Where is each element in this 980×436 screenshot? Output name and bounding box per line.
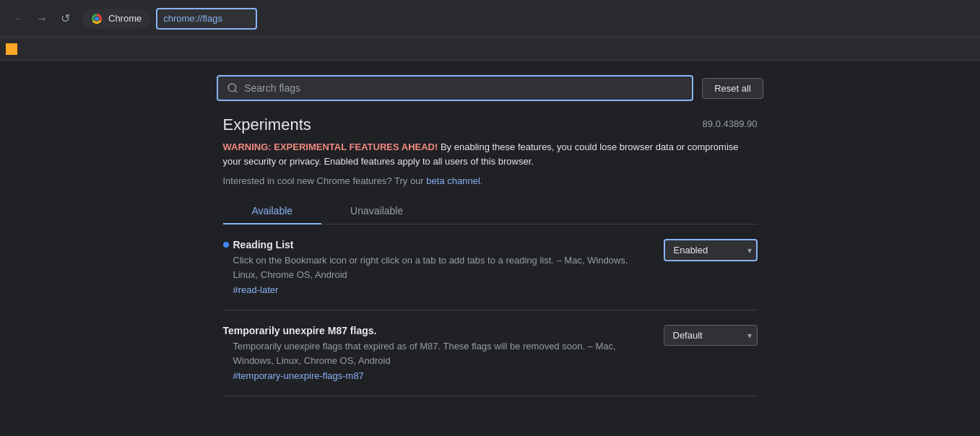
chrome-logo-icon [92, 14, 102, 24]
forward-button[interactable]: → [32, 9, 52, 29]
reset-all-button[interactable]: Reset all [702, 78, 763, 99]
flag-reading-list-desc: Click on the Bookmark icon or right clic… [233, 253, 635, 282]
tab-available[interactable]: Available [223, 198, 322, 224]
flags-list: Reading List Click on the Bookmark icon … [223, 239, 758, 396]
warning-block: WARNING: EXPERIMENTAL FEATURES AHEAD! By… [223, 140, 758, 168]
page-title: Experiments [223, 115, 311, 134]
flag-m87-name: Temporarily unexpire M87 flags. [223, 325, 377, 336]
url-address-box[interactable]: chrome://flags [156, 8, 257, 30]
flag-dot-reading-list [223, 242, 229, 248]
experiments-container: Experiments 89.0.4389.90 WARNING: EXPERI… [209, 115, 772, 411]
url-text: chrome://flags [163, 13, 222, 24]
warning-text: WARNING: EXPERIMENTAL FEATURES AHEAD! By… [223, 140, 758, 168]
bookmark-favicon [6, 43, 17, 55]
flag-reading-list-select[interactable]: Default Enabled Disabled [664, 239, 758, 261]
flag-reading-list-left: Reading List Click on the Bookmark icon … [223, 239, 664, 295]
svg-point-0 [228, 84, 236, 92]
flag-reading-list-link[interactable]: #read-later [233, 284, 279, 295]
site-name-container[interactable]: Chrome [82, 9, 150, 29]
svg-line-1 [235, 90, 237, 92]
flag-m87-desc: Temporarily unexpire flags that expired … [233, 339, 635, 367]
flag-m87-select-wrapper[interactable]: Default Enabled Disabled ▾ [664, 325, 758, 346]
version-text: 89.0.4389.90 [703, 118, 758, 129]
flag-reading-list: Reading List Click on the Bookmark icon … [223, 239, 758, 310]
experiments-header: Experiments 89.0.4389.90 [223, 115, 758, 134]
beta-channel-link[interactable]: beta channel [426, 175, 480, 186]
flag-m87-unexpire: Temporarily unexpire M87 flags. Temporar… [223, 325, 758, 396]
reload-button[interactable]: ↺ [55, 9, 75, 29]
search-bar-row: Reset all [165, 75, 815, 101]
nav-buttons: ← → ↺ [9, 9, 75, 29]
search-icon [227, 82, 238, 94]
flag-reading-list-title-row: Reading List [223, 239, 635, 250]
flag-m87-unexpire-left: Temporarily unexpire M87 flags. Temporar… [223, 325, 664, 381]
chrome-site-icon [91, 13, 103, 25]
warning-label: WARNING: EXPERIMENTAL FEATURES AHEAD! [223, 141, 438, 152]
browser-bar: ← → ↺ Chrome chrome://flags [0, 0, 980, 38]
tabs-row: Available Unavailable [223, 198, 758, 224]
address-bar-area: Chrome chrome://flags [82, 8, 257, 30]
main-content: Reset all Experiments 89.0.4389.90 WARNI… [0, 61, 980, 436]
back-button[interactable]: ← [9, 9, 29, 29]
site-name-label: Chrome [108, 13, 142, 24]
tab-unavailable[interactable]: Unavailable [321, 198, 432, 224]
flag-reading-list-select-wrapper[interactable]: Default Enabled Disabled ▾ [664, 239, 758, 261]
interested-text: Interested in cool new Chrome features? … [223, 175, 758, 186]
interested-prefix: Interested in cool new Chrome features? … [223, 175, 427, 186]
interested-suffix: . [480, 175, 483, 186]
search-flags-wrapper[interactable] [217, 75, 693, 101]
flag-reading-list-name: Reading List [233, 239, 294, 250]
search-input[interactable] [244, 82, 683, 94]
flag-m87-select[interactable]: Default Enabled Disabled [664, 325, 758, 346]
flag-m87-link[interactable]: #temporary-unexpire-flags-m87 [233, 370, 364, 381]
flag-m87-title-row: Temporarily unexpire M87 flags. [223, 325, 635, 336]
bookmarks-bar [0, 38, 980, 61]
